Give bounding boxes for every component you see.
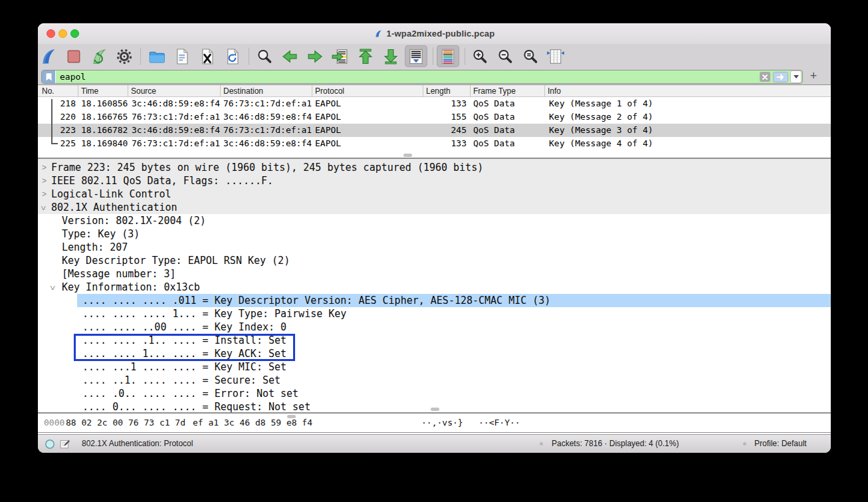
detail-row[interactable]: .... .... .... 1... = Key Type: Pairwise…: [38, 307, 831, 320]
reload-file-button[interactable]: [221, 45, 244, 67]
colorize-button[interactable]: [437, 45, 459, 67]
detail-row[interactable]: Length: 207: [38, 241, 831, 254]
open-file-button[interactable]: [146, 45, 168, 67]
display-filter-field[interactable]: [41, 70, 803, 84]
detail-row-text: Length: 207: [62, 241, 128, 253]
packet-bytes-pane[interactable]: 0000 88 02 2c 00 76 73 c1 7d ef a1 3c 46…: [38, 414, 831, 433]
filter-bookmark-button[interactable]: [42, 70, 56, 84]
column-header-source[interactable]: Source: [128, 85, 221, 96]
clear-filter-button[interactable]: [760, 72, 770, 82]
cell-destination: 76:73:c1:7d:ef:a1: [221, 124, 312, 137]
detail-row[interactable]: Type: Key (3): [38, 227, 831, 241]
related-packets-corner: [51, 143, 58, 144]
cell-protocol: EAPOL: [312, 124, 423, 137]
hex-scrollbar-thumb[interactable]: [287, 415, 296, 418]
zoom-in-button[interactable]: [469, 45, 491, 67]
column-header-length[interactable]: Length: [423, 85, 471, 96]
display-filter-input[interactable]: [56, 70, 760, 83]
start-capture-button[interactable]: [38, 45, 60, 67]
toolbar: [38, 44, 831, 68]
detail-row[interactable]: >Logical-Link Control: [38, 188, 831, 201]
detail-row[interactable]: Key Descriptor Type: EAPOL RSN Key (2): [38, 254, 831, 267]
detail-row-text: [Message number: 3]: [62, 268, 176, 280]
packet-row-225[interactable]: 22518.16984076:73:c1:7d:ef:a13c:46:d8:59…: [38, 137, 831, 150]
expander-closed-icon[interactable]: >: [42, 188, 47, 201]
packet-list-scrollbar-thumb[interactable]: [403, 154, 412, 157]
cell-info: Key (Message 3 of 4): [545, 124, 831, 137]
capture-options-icon: [115, 47, 134, 66]
last-packet-button[interactable]: [380, 45, 402, 67]
cell-length: 155: [423, 110, 471, 124]
last-packet-icon: [381, 47, 400, 66]
expander-open-icon[interactable]: >: [38, 205, 50, 210]
capture-comment-icon[interactable]: [60, 439, 70, 449]
zoom-in-icon: [471, 47, 489, 66]
find-packet-icon: [255, 47, 274, 66]
status-grip-dot-2: [743, 442, 746, 445]
zoom-100-button[interactable]: [519, 45, 542, 67]
column-header-no[interactable]: No.: [38, 85, 78, 96]
expander-closed-icon[interactable]: >: [42, 174, 47, 188]
detail-scrollbar-thumb[interactable]: [431, 408, 439, 411]
open-file-icon: [148, 47, 166, 66]
first-packet-button[interactable]: [354, 45, 377, 67]
cell-time: 18.169840: [78, 137, 128, 150]
zoom-out-button[interactable]: [494, 45, 516, 67]
detail-row[interactable]: >Key Information: 0x13cb: [38, 281, 831, 294]
previous-packet-button[interactable]: [278, 45, 301, 67]
toolbar-separator: [249, 48, 249, 64]
close-file-button[interactable]: [196, 45, 219, 67]
detail-row[interactable]: >Frame 223: 245 bytes on wire (1960 bits…: [38, 161, 831, 174]
filter-history-dropdown[interactable]: [790, 70, 802, 83]
title-bar[interactable]: 1-wpa2mixed-public.pcap: [38, 23, 831, 44]
expander-closed-icon[interactable]: >: [42, 161, 47, 174]
packet-row-218[interactable]: 21818.1608563c:46:d8:59:e8:f476:73:c1:7d…: [38, 97, 831, 110]
packet-row-220[interactable]: 22018.16676576:73:c1:7d:ef:a13c:46:d8:59…: [38, 110, 831, 124]
detail-row[interactable]: .... .0.. .... .... = Error: Not set: [38, 387, 831, 400]
detail-row[interactable]: .... .... 1... .... = Key ACK: Set: [38, 347, 831, 360]
detail-row-text: .... .... .1.. .... = Install: Set: [82, 334, 286, 346]
detail-row[interactable]: >802.1X Authentication: [38, 201, 831, 214]
go-to-packet-button[interactable]: [329, 45, 352, 67]
column-header-protocol[interactable]: Protocol: [312, 85, 423, 96]
detail-row[interactable]: Version: 802.1X-2004 (2): [38, 214, 831, 227]
detail-row-text: .... .... .... .011 = Key Descriptor Ver…: [82, 295, 550, 307]
wireshark-window: 1-wpa2mixed-public.pcap: [38, 23, 831, 453]
column-header-time[interactable]: Time: [78, 85, 128, 96]
detail-row[interactable]: .... ..1. .... .... = Secure: Set: [38, 374, 831, 387]
column-header-frame-type[interactable]: Frame Type: [471, 85, 545, 96]
restart-capture-icon: [90, 47, 108, 66]
next-packet-button[interactable]: [304, 45, 326, 67]
close-icon: [762, 74, 768, 80]
status-field-info: 802.1X Authentication: Protocol: [82, 435, 193, 453]
restart-capture-button[interactable]: [88, 45, 110, 67]
detail-row-text: .... ...1 .... .... = Key MIC: Set: [82, 361, 286, 373]
capture-options-button[interactable]: [113, 45, 136, 67]
detail-row[interactable]: .... ...1 .... .... = Key MIC: Set: [38, 360, 831, 374]
packet-row-223[interactable]: 22318.1667823c:46:d8:59:e8:f476:73:c1:7d…: [38, 124, 831, 137]
wireshark-fin-icon: [374, 28, 383, 39]
detail-row[interactable]: .... .... .... .011 = Key Descriptor Ver…: [38, 294, 831, 307]
expander-open-icon[interactable]: >: [46, 285, 59, 290]
detail-row[interactable]: [Message number: 3]: [38, 267, 831, 281]
status-profile[interactable]: Profile: Default: [754, 435, 807, 453]
column-header-info[interactable]: Info: [545, 85, 831, 96]
detail-row[interactable]: >IEEE 802.11 QoS Data, Flags: ......F.: [38, 174, 831, 188]
detail-row[interactable]: .... .... .1.. .... = Install: Set: [38, 334, 831, 347]
cell-length: 133: [423, 97, 471, 110]
apply-filter-button[interactable]: [773, 72, 788, 82]
cell-protocol: EAPOL: [312, 97, 423, 110]
find-packet-button[interactable]: [253, 45, 276, 67]
detail-row[interactable]: .... .... ..00 .... = Key Index: 0: [38, 320, 831, 334]
add-filter-button[interactable]: +: [806, 69, 821, 83]
detail-row-text: 802.1X Authentication: [51, 201, 177, 213]
save-file-button[interactable]: [171, 45, 193, 67]
stop-capture-icon: [64, 47, 83, 66]
resize-columns-button[interactable]: [544, 45, 567, 67]
expert-info-icon[interactable]: [45, 439, 55, 449]
auto-scroll-button[interactable]: [405, 45, 427, 67]
stop-capture-button[interactable]: [62, 45, 85, 67]
cell-frame_type: QoS Data: [471, 124, 545, 137]
column-header-destination[interactable]: Destination: [221, 85, 312, 96]
detail-row-text: Key Descriptor Type: EAPOL RSN Key (2): [62, 255, 290, 267]
